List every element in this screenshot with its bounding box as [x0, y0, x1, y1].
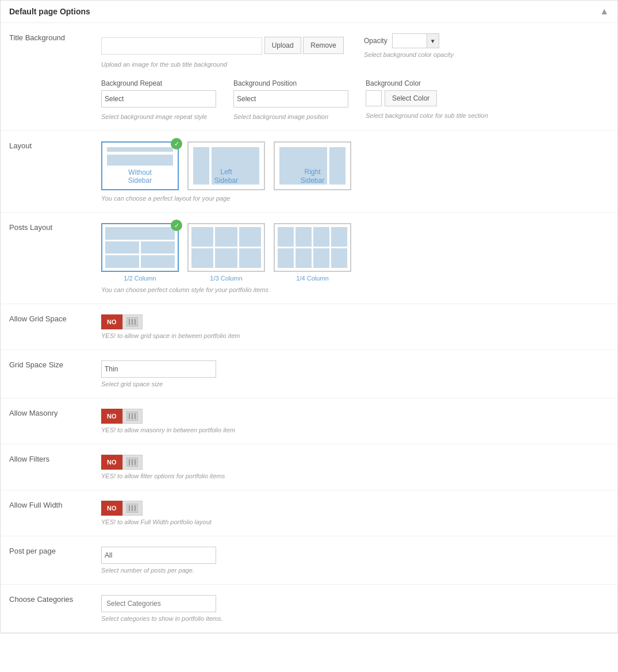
- allow-grid-space-label: Allow Grid Space: [1, 304, 93, 350]
- title-bg-hint: Upload an image for the sub title backgr…: [101, 61, 609, 68]
- bg-options-row: Background Repeat Select No Repeat Repea…: [101, 79, 609, 120]
- post-per-page-select[interactable]: All 5 10 15 20 25 30: [101, 547, 216, 564]
- masonry-toggle-no[interactable]: NO: [101, 409, 122, 424]
- choose-categories-row: Choose Categories Select categories to s…: [1, 585, 617, 633]
- layout-hint: You can choose a perfect layout for your…: [101, 195, 609, 202]
- allow-full-width-label: Allow Full Width: [1, 490, 93, 536]
- posts-layout-box-half: ✓: [101, 223, 179, 272]
- posts-layout-third[interactable]: 1/3 Column: [187, 223, 265, 282]
- check-badge-without-sidebar: ✓: [171, 138, 182, 149]
- layout-label: Layout: [1, 131, 93, 213]
- filters-toggle-handle[interactable]: [122, 455, 143, 470]
- grid-space-size-select-wrap: Thin Medium Wide: [101, 360, 609, 378]
- posts-layout-content: ✓ 1/2 Column: [93, 213, 617, 304]
- posts-layout-half[interactable]: ✓ 1/2 Column: [101, 223, 179, 282]
- categories-select-wrap: [101, 595, 609, 612]
- opacity-label: Opacity: [364, 37, 387, 45]
- masonry-toggle-handle[interactable]: [122, 409, 143, 424]
- allow-masonry-row: Allow Masonry NO YES! to allow masonry i…: [1, 398, 617, 444]
- post-per-page-content: All 5 10 15 20 25 30 Select number of po…: [93, 536, 617, 585]
- grid-space-toggle-no[interactable]: NO: [101, 314, 122, 329]
- remove-button[interactable]: Remove: [303, 37, 344, 54]
- grid-space-size-content: Thin Medium Wide Select grid space size: [93, 350, 617, 398]
- allow-masonry-content: NO YES! to allow masonry in between port…: [93, 398, 617, 444]
- quarter-column-label: 1/4 Column: [296, 275, 328, 282]
- bg-repeat-label: Background Repeat: [101, 79, 216, 87]
- layout-option-left-sidebar[interactable]: LeftSidebar: [187, 141, 265, 190]
- bg-position-select[interactable]: Select Center Top Bottom Left Right: [233, 90, 348, 107]
- grid-space-toggle[interactable]: NO: [101, 314, 609, 329]
- posts-layout-quarter[interactable]: 1/4 Column: [274, 223, 351, 282]
- posts-layout-hint: You can choose perfect column style for …: [101, 286, 609, 293]
- masonry-toggle[interactable]: NO: [101, 409, 609, 424]
- check-badge-half: ✓: [171, 220, 182, 231]
- posts-layout-box-third: [187, 223, 265, 272]
- title-background-label: Title Background: [1, 23, 93, 131]
- post-per-page-select-wrap: All 5 10 15 20 25 30: [101, 547, 609, 564]
- title-background-row: Title Background Upload Remove Opacity S…: [1, 23, 617, 131]
- filters-toggle[interactable]: NO: [101, 455, 609, 470]
- choose-categories-content: Select categories to show in portfolio i…: [93, 585, 617, 633]
- categories-input[interactable]: [101, 595, 216, 612]
- page-wrapper: Default page Options ▲ Title Background …: [0, 0, 618, 633]
- grid-space-size-row: Grid Space Size Thin Medium Wide Select …: [1, 350, 617, 398]
- allow-grid-space-content: NO YES! to allow grid space in between p…: [93, 304, 617, 350]
- allow-grid-space-row: Allow Grid Space NO YES! to allow grid s…: [1, 304, 617, 350]
- posts-layout-row: Posts Layout ✓: [1, 213, 617, 304]
- opacity-value[interactable]: Select: [392, 33, 427, 48]
- half-column-label: 1/2 Column: [124, 275, 156, 282]
- posts-layout-options: ✓ 1/2 Column: [101, 223, 609, 282]
- filters-hint: YES! to allow filter options for portfol…: [101, 473, 609, 479]
- choose-categories-hint: Select categories to show in portfolio i…: [101, 615, 609, 622]
- layout-option-right-sidebar[interactable]: RightSidebar: [274, 141, 351, 190]
- third-column-label: 1/3 Column: [210, 275, 242, 282]
- grid-space-hint: YES! to allow grid space in between port…: [101, 332, 609, 339]
- allow-full-width-content: NO YES! to allow Full Width portfolio la…: [93, 490, 617, 536]
- full-width-toggle-handle[interactable]: [122, 501, 143, 516]
- layout-option-without-sidebar[interactable]: ✓ WithoutSidebar: [101, 141, 179, 190]
- page-header: Default page Options ▲: [1, 1, 617, 23]
- bg-color-label: Background Color: [366, 79, 488, 87]
- full-width-toggle[interactable]: NO: [101, 501, 609, 516]
- select-color-button[interactable]: Select Color: [385, 90, 437, 106]
- color-btn-row: Select Color: [366, 90, 488, 106]
- layout-options: ✓ WithoutSidebar: [101, 141, 609, 190]
- allow-filters-content: NO YES! to allow filter options for port…: [93, 444, 617, 490]
- opacity-dropdown-arrow[interactable]: ▼: [427, 33, 439, 48]
- page-title: Default page Options: [9, 7, 90, 16]
- bg-repeat-select[interactable]: Select No Repeat Repeat Repeat-X Repeat-…: [101, 90, 216, 107]
- post-per-page-hint: Select number of posts per page.: [101, 567, 609, 574]
- allow-full-width-row: Allow Full Width NO YES! to allow Full W…: [1, 490, 617, 536]
- left-sidebar-label: LeftSidebar: [214, 168, 238, 185]
- full-width-toggle-no[interactable]: NO: [101, 501, 122, 516]
- choose-categories-label: Choose Categories: [1, 585, 93, 633]
- posts-layout-box-quarter: [274, 223, 351, 272]
- allow-masonry-label: Allow Masonry: [1, 398, 93, 444]
- masonry-hint: YES! to allow masonry in between portfol…: [101, 427, 609, 433]
- opacity-select[interactable]: Select ▼: [392, 33, 439, 48]
- post-per-page-label: Post per page: [1, 536, 93, 585]
- grid-space-toggle-handle[interactable]: [122, 314, 143, 329]
- opacity-hint: Select background color opacity: [364, 51, 454, 58]
- layout-content: ✓ WithoutSidebar: [93, 131, 617, 213]
- upload-button[interactable]: Upload: [264, 37, 301, 54]
- title-bg-input-group: Upload Remove: [101, 37, 344, 55]
- bg-repeat-group: Background Repeat Select No Repeat Repea…: [101, 79, 216, 120]
- collapse-icon[interactable]: ▲: [600, 6, 609, 17]
- bg-repeat-hint: Select background image repeat style: [101, 113, 216, 120]
- posts-layout-label: Posts Layout: [1, 213, 93, 304]
- options-table: Title Background Upload Remove Opacity S…: [1, 23, 617, 633]
- title-bg-input[interactable]: [101, 37, 262, 55]
- allow-filters-label: Allow Filters: [1, 444, 93, 490]
- full-width-hint: YES! to allow Full Width portfolio layou…: [101, 519, 609, 525]
- filters-toggle-no[interactable]: NO: [101, 455, 122, 470]
- allow-filters-row: Allow Filters NO YES! to allow filter op…: [1, 444, 617, 490]
- post-per-page-row: Post per page All 5 10 15 20 25 30 Selec…: [1, 536, 617, 585]
- bg-position-label: Background Position: [233, 79, 348, 87]
- without-sidebar-label: WithoutSidebar: [128, 168, 152, 185]
- color-swatch: [366, 90, 382, 106]
- opacity-group: Opacity Select ▼ Select background color…: [364, 33, 454, 58]
- title-background-content: Upload Remove Opacity Select ▼ Select ba…: [93, 23, 617, 131]
- grid-space-size-select[interactable]: Thin Medium Wide: [101, 360, 216, 378]
- bg-position-group: Background Position Select Center Top Bo…: [233, 79, 348, 120]
